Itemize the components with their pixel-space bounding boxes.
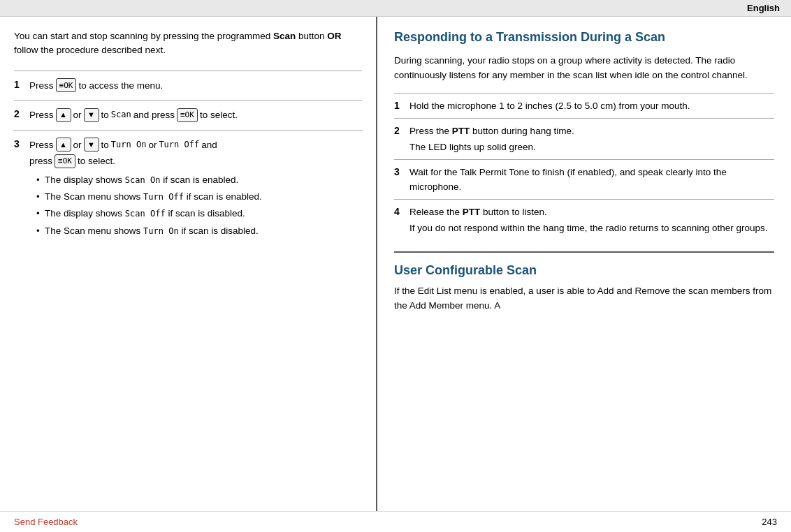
right-step-1: 1 Hold the microphone 1 to 2 inches (2.5… (394, 93, 774, 118)
right-step-4: 4 Release the PTT button to listen. If y… (394, 199, 774, 240)
left-step-1: 1 Press ≡OK to access the menu. (14, 71, 362, 101)
ok-button-icon-1: ≡OK (56, 78, 77, 92)
right-column: Responding to a Transmission During a Sc… (377, 17, 791, 511)
right-step-2-subtext: The LED lights up solid green. (409, 140, 774, 155)
down-arrow-icon-3: ▼ (84, 138, 99, 152)
section1-title: Responding to a Transmission During a Sc… (394, 29, 774, 45)
language-label: English (747, 3, 780, 13)
turn-on-code-bullet: Turn On (143, 226, 179, 236)
right-step-number-4: 4 (394, 205, 409, 217)
page-number: 243 (762, 517, 777, 527)
content-area: You can start and stop scanning by press… (0, 17, 791, 511)
right-step-2-content: Press the PTT button during hang time. T… (409, 124, 774, 155)
step-number-3: 3 (14, 138, 29, 149)
left-step-2: 2 Press ▲ or ▼ to Scan and press ≡OK to … (14, 100, 362, 130)
section1-description: During scanning, your radio stops on a g… (394, 54, 774, 83)
right-step-4-content: Release the PTT button to listen. If you… (409, 205, 774, 236)
ok-button-icon-3: ≡OK (55, 154, 75, 168)
right-step-4-subtext: If you do not respond within the hang ti… (409, 221, 774, 236)
section2-title: User Configurable Scan (394, 251, 774, 279)
right-step-number-1: 1 (394, 99, 409, 111)
right-step-2: 2 Press the PTT button during hang time.… (394, 118, 774, 159)
up-arrow-icon-2: ▲ (56, 108, 71, 122)
scan-code-2: Scan (111, 108, 131, 121)
left-step-3: 3 Press ▲ or ▼ to Turn On or Turn Off an… (14, 130, 362, 246)
up-arrow-icon-3: ▲ (56, 138, 71, 152)
step-number-1: 1 (14, 78, 29, 90)
step-3-content: Press ▲ or ▼ to Turn On or Turn Off and … (29, 138, 362, 241)
ok-button-icon-2: ≡OK (177, 108, 198, 122)
top-bar: English (0, 0, 791, 17)
right-step-number-3: 3 (394, 165, 409, 177)
scan-off-code: Scan Off (125, 209, 166, 219)
right-step-number-2: 2 (394, 124, 409, 136)
intro-paragraph: You can start and stop scanning by press… (14, 29, 362, 58)
send-feedback-link[interactable]: Send Feedback (14, 517, 78, 527)
scan-on-code: Scan On (125, 175, 161, 185)
right-step-3-content: Wait for the Talk Permit Tone to finish … (409, 165, 774, 195)
bullet-4: The Scan menu shows Turn On if scan is d… (36, 224, 362, 238)
step-number-2: 2 (14, 108, 29, 119)
bullet-3: The display shows Scan Off if scan is di… (36, 207, 362, 221)
bullet-2: The Scan menu shows Turn Off if scan is … (36, 190, 362, 204)
left-column: You can start and stop scanning by press… (0, 17, 377, 511)
turn-on-code: Turn On (111, 138, 147, 152)
step-2-content: Press ▲ or ▼ to Scan and press ≡OK to se… (29, 108, 362, 124)
down-arrow-icon-2: ▼ (84, 108, 99, 122)
bullet-1: The display shows Scan On if scan is ena… (36, 173, 362, 187)
section2-description: If the Edit List menu is enabled, a user… (394, 284, 774, 313)
step-1-content: Press ≡OK to access the menu. (29, 78, 362, 95)
turn-off-code-bullet: Turn Off (143, 192, 184, 202)
right-step-1-content: Hold the microphone 1 to 2 inches (2.5 t… (409, 99, 774, 114)
footer: Send Feedback 243 (0, 511, 791, 532)
turn-off-code: Turn Off (159, 138, 199, 152)
right-step-3: 3 Wait for the Talk Permit Tone to finis… (394, 159, 774, 199)
step-3-bullets: The display shows Scan On if scan is ena… (29, 173, 362, 238)
